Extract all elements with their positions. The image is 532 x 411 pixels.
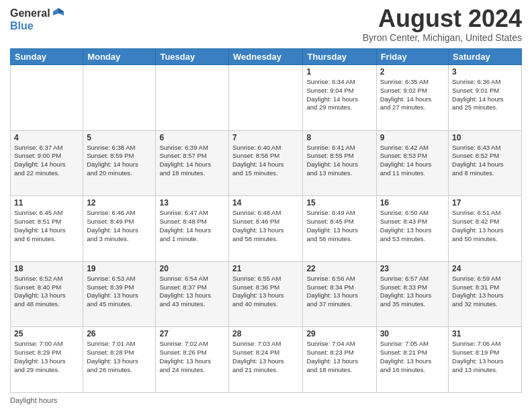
day-number: 23 [380,264,445,273]
daylight-label: Daylight hours [10,396,57,404]
calendar-cell: 14Sunrise: 6:48 AM Sunset: 8:46 PM Dayli… [229,196,303,262]
day-info: Sunrise: 6:59 AM Sunset: 8:31 PM Dayligh… [452,275,518,309]
day-info: Sunrise: 6:50 AM Sunset: 8:43 PM Dayligh… [380,209,445,243]
day-number: 7 [232,133,299,142]
calendar-cell: 24Sunrise: 6:59 AM Sunset: 8:31 PM Dayli… [449,261,522,327]
logo-general-text: General [10,7,50,19]
col-header-monday: Monday [83,49,156,65]
day-info: Sunrise: 7:05 AM Sunset: 8:21 PM Dayligh… [380,340,445,374]
calendar-cell: 27Sunrise: 7:02 AM Sunset: 8:26 PM Dayli… [156,327,229,393]
day-info: Sunrise: 6:43 AM Sunset: 8:52 PM Dayligh… [452,144,518,178]
day-info: Sunrise: 7:02 AM Sunset: 8:26 PM Dayligh… [159,340,225,374]
day-info: Sunrise: 7:01 AM Sunset: 8:28 PM Dayligh… [87,340,152,374]
day-number: 31 [452,329,518,338]
day-number: 11 [14,198,79,208]
day-info: Sunrise: 6:54 AM Sunset: 8:37 PM Dayligh… [159,275,225,309]
day-number: 4 [14,133,79,142]
calendar-week-1: 1Sunrise: 6:34 AM Sunset: 9:04 PM Daylig… [11,65,522,131]
day-number: 27 [159,329,225,338]
col-header-wednesday: Wednesday [229,49,303,65]
day-info: Sunrise: 6:39 AM Sunset: 8:57 PM Dayligh… [159,144,225,178]
day-number: 10 [452,133,518,142]
calendar-cell [11,65,83,131]
day-number: 18 [14,264,79,273]
calendar-cell: 22Sunrise: 6:56 AM Sunset: 8:34 PM Dayli… [303,261,376,327]
col-header-saturday: Saturday [449,49,522,65]
day-info: Sunrise: 6:41 AM Sunset: 8:55 PM Dayligh… [306,144,372,178]
day-number: 1 [306,67,372,77]
calendar-table: SundayMondayTuesdayWednesdayThursdayFrid… [10,48,522,393]
calendar-page: General Blue August 2024 Byron Center, M… [0,0,532,411]
day-number: 29 [306,329,372,338]
calendar-week-2: 4Sunrise: 6:37 AM Sunset: 9:00 PM Daylig… [11,130,522,196]
day-info: Sunrise: 6:40 AM Sunset: 8:56 PM Dayligh… [232,144,299,178]
day-info: Sunrise: 7:03 AM Sunset: 8:24 PM Dayligh… [232,340,299,374]
day-number: 19 [87,264,152,273]
day-number: 28 [232,329,299,338]
col-header-thursday: Thursday [303,49,376,65]
calendar-cell: 11Sunrise: 6:45 AM Sunset: 8:51 PM Dayli… [11,196,83,262]
day-number: 13 [159,198,225,208]
calendar-cell: 20Sunrise: 6:54 AM Sunset: 8:37 PM Dayli… [156,261,229,327]
day-info: Sunrise: 6:48 AM Sunset: 8:46 PM Dayligh… [232,209,299,243]
calendar-cell: 28Sunrise: 7:03 AM Sunset: 8:24 PM Dayli… [229,327,303,393]
day-info: Sunrise: 6:37 AM Sunset: 9:00 PM Dayligh… [14,144,79,178]
calendar-cell: 25Sunrise: 7:00 AM Sunset: 8:29 PM Dayli… [11,327,83,393]
day-number: 24 [452,264,518,273]
calendar-cell: 31Sunrise: 7:06 AM Sunset: 8:19 PM Dayli… [449,327,522,393]
calendar-cell: 6Sunrise: 6:39 AM Sunset: 8:57 PM Daylig… [156,130,229,196]
calendar-cell: 19Sunrise: 6:53 AM Sunset: 8:39 PM Dayli… [83,261,156,327]
calendar-cell: 7Sunrise: 6:40 AM Sunset: 8:56 PM Daylig… [229,130,303,196]
day-number: 2 [380,67,445,77]
calendar-cell [83,65,156,131]
day-info: Sunrise: 6:56 AM Sunset: 8:34 PM Dayligh… [306,275,372,309]
day-number: 16 [380,198,445,208]
day-info: Sunrise: 6:53 AM Sunset: 8:39 PM Dayligh… [87,275,152,309]
day-number: 15 [306,198,372,208]
calendar-cell: 8Sunrise: 6:41 AM Sunset: 8:55 PM Daylig… [303,130,376,196]
col-header-friday: Friday [376,49,448,65]
location-text: Byron Center, Michigan, United States [363,32,522,43]
calendar-header-row: SundayMondayTuesdayWednesdayThursdayFrid… [11,49,522,65]
day-info: Sunrise: 7:06 AM Sunset: 8:19 PM Dayligh… [452,340,518,374]
calendar-cell: 10Sunrise: 6:43 AM Sunset: 8:52 PM Dayli… [449,130,522,196]
calendar-cell: 23Sunrise: 6:57 AM Sunset: 8:33 PM Dayli… [376,261,448,327]
day-number: 17 [452,198,518,208]
calendar-cell: 26Sunrise: 7:01 AM Sunset: 8:28 PM Dayli… [83,327,156,393]
day-number: 9 [380,133,445,142]
calendar-cell: 2Sunrise: 6:35 AM Sunset: 9:02 PM Daylig… [376,65,448,131]
day-info: Sunrise: 6:49 AM Sunset: 8:45 PM Dayligh… [306,209,372,243]
day-info: Sunrise: 6:34 AM Sunset: 9:04 PM Dayligh… [306,78,372,112]
calendar-cell: 12Sunrise: 6:46 AM Sunset: 8:49 PM Dayli… [83,196,156,262]
calendar-cell: 30Sunrise: 7:05 AM Sunset: 8:21 PM Dayli… [376,327,448,393]
day-info: Sunrise: 6:35 AM Sunset: 9:02 PM Dayligh… [380,78,445,112]
calendar-cell: 17Sunrise: 6:51 AM Sunset: 8:42 PM Dayli… [449,196,522,262]
day-info: Sunrise: 6:57 AM Sunset: 8:33 PM Dayligh… [380,275,445,309]
day-info: Sunrise: 7:04 AM Sunset: 8:23 PM Dayligh… [306,340,372,374]
day-info: Sunrise: 6:52 AM Sunset: 8:40 PM Dayligh… [14,275,79,309]
calendar-cell: 3Sunrise: 6:36 AM Sunset: 9:01 PM Daylig… [449,65,522,131]
day-number: 25 [14,329,79,338]
calendar-cell: 15Sunrise: 6:49 AM Sunset: 8:45 PM Dayli… [303,196,376,262]
day-info: Sunrise: 7:00 AM Sunset: 8:29 PM Dayligh… [14,340,79,374]
header: General Blue August 2024 Byron Center, M… [10,7,522,43]
calendar-cell: 21Sunrise: 6:55 AM Sunset: 8:36 PM Dayli… [229,261,303,327]
calendar-cell: 1Sunrise: 6:34 AM Sunset: 9:04 PM Daylig… [303,65,376,131]
day-number: 22 [306,264,372,273]
calendar-cell: 29Sunrise: 7:04 AM Sunset: 8:23 PM Dayli… [303,327,376,393]
calendar-cell: 9Sunrise: 6:42 AM Sunset: 8:53 PM Daylig… [376,130,448,196]
day-info: Sunrise: 6:55 AM Sunset: 8:36 PM Dayligh… [232,275,299,309]
col-header-tuesday: Tuesday [156,49,229,65]
day-info: Sunrise: 6:36 AM Sunset: 9:01 PM Dayligh… [452,78,518,112]
logo-blue-text: Blue [10,20,34,32]
calendar-cell: 16Sunrise: 6:50 AM Sunset: 8:43 PM Dayli… [376,196,448,262]
logo-flag-icon [52,7,65,20]
calendar-cell: 18Sunrise: 6:52 AM Sunset: 8:40 PM Dayli… [11,261,83,327]
day-info: Sunrise: 6:51 AM Sunset: 8:42 PM Dayligh… [452,209,518,243]
logo: General Blue [10,7,65,32]
day-number: 14 [232,198,299,208]
title-area: August 2024 Byron Center, Michigan, Unit… [363,7,522,43]
day-info: Sunrise: 6:38 AM Sunset: 8:59 PM Dayligh… [87,144,152,178]
calendar-cell: 13Sunrise: 6:47 AM Sunset: 8:48 PM Dayli… [156,196,229,262]
day-number: 26 [87,329,152,338]
